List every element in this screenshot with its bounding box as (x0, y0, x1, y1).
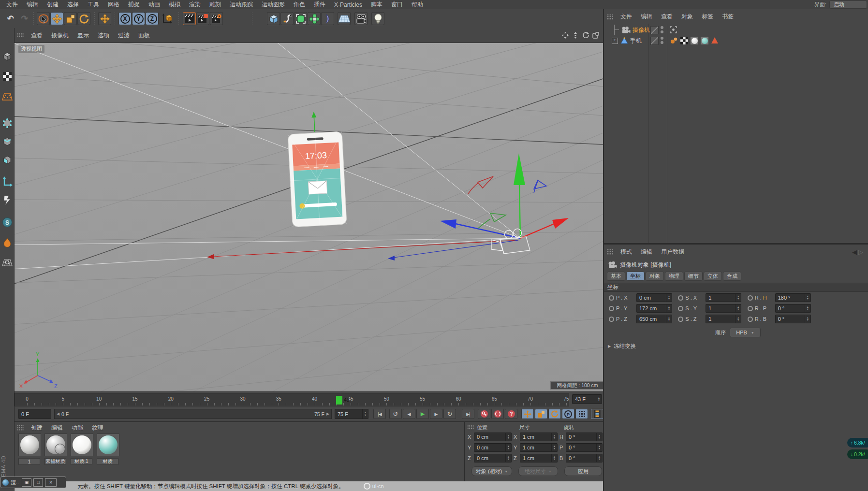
play-button[interactable]: ▶ (416, 409, 429, 419)
keyframe-circle-PZ[interactable] (609, 317, 614, 322)
attribute-field-RB[interactable]: 0 °▲▼ (775, 315, 811, 323)
keyframe-circle-RB[interactable] (748, 317, 753, 322)
axis-mode-button[interactable] (1, 176, 13, 188)
viewport-menu-item-4[interactable]: 选项 (93, 31, 114, 40)
move-tool[interactable] (50, 12, 63, 25)
lock-workplane-button[interactable] (1, 257, 13, 269)
material-menu-item-4[interactable]: 纹理 (88, 424, 108, 432)
menu-item-1[interactable]: 文件 (2, 0, 22, 9)
rotation-p-field[interactable]: 0 °▲▼ (566, 443, 603, 452)
panel-grip[interactable] (17, 32, 24, 38)
record-scale-toggle[interactable] (535, 409, 547, 419)
current-frame-field[interactable]: 43 F▲▼ (572, 394, 602, 404)
menu-item-16[interactable]: X-Particles (330, 1, 367, 8)
record-position-toggle[interactable] (521, 409, 534, 419)
attribute-tab-细节[interactable]: 细节 (684, 272, 703, 281)
viewport-menu-item-6[interactable]: 面板 (134, 31, 154, 40)
attribute-field-SZ[interactable]: 1▲▼ (706, 315, 741, 323)
order-select[interactable]: HPB▼ (730, 328, 761, 337)
viewport-dolly-icon[interactable] (572, 32, 579, 39)
coordinate-system-button[interactable] (161, 12, 174, 25)
object-manager-menu-item-3[interactable]: 查看 (657, 13, 677, 21)
menu-item-4[interactable]: 选择 (63, 0, 83, 9)
material-menu-item-3[interactable]: 功能 (67, 424, 88, 432)
undo-button[interactable]: ↶ (4, 12, 17, 25)
keyframe-circle-SX[interactable] (678, 295, 683, 301)
view-label[interactable]: 透视视图 (18, 45, 44, 53)
lock-y-axis-button[interactable]: Y (132, 12, 145, 25)
attribute-menu-item-2[interactable]: 编辑 (636, 248, 657, 256)
add-camera-button[interactable] (354, 12, 368, 25)
history-forward-icon[interactable]: ▷ (858, 248, 863, 256)
keyframe-selection-button[interactable]: ? (505, 409, 517, 419)
menu-item-8[interactable]: 动画 (144, 0, 164, 9)
camera-active-toggle[interactable] (670, 26, 677, 33)
make-editable-button[interactable] (1, 50, 13, 62)
menu-item-6[interactable]: 网格 (103, 0, 124, 9)
material-item-4[interactable]: 材质 (97, 433, 119, 465)
menu-item-3[interactable]: 创建 (43, 0, 63, 9)
texture-mode-button[interactable] (1, 71, 13, 82)
phong-tag[interactable] (670, 37, 678, 44)
render-visibility-dot[interactable] (661, 30, 663, 33)
material-name[interactable]: 素描材质 (44, 458, 66, 465)
lock-x-axis-button[interactable]: X (118, 12, 132, 25)
material-tag-white[interactable] (691, 37, 698, 44)
preview-range-slider[interactable]: ◀ 0 F 75 F ▶ (54, 409, 332, 419)
attribute-field-PX[interactable]: 0 cm▲▼ (636, 293, 672, 302)
add-spline-button[interactable]: + (280, 12, 294, 25)
menu-item-5[interactable]: 工具 (83, 0, 103, 9)
add-light-button[interactable] (371, 12, 384, 25)
size-x-field[interactable]: 1 cm▲▼ (520, 433, 558, 441)
material-thumbnail[interactable] (18, 433, 41, 456)
attribute-field-PZ[interactable]: 650 cm▲▼ (636, 315, 672, 323)
position-y-field[interactable]: 0 cm▲▼ (474, 443, 512, 452)
attribute-field-PY[interactable]: 172 cm▲▼ (636, 304, 672, 313)
object-row-phone[interactable]: + 手机 (604, 35, 868, 46)
window-restore-button[interactable]: ▣ (22, 478, 31, 487)
range-end-field[interactable]: 75 F▲▼ (335, 409, 368, 419)
size-y-field[interactable]: 1 cm▲▼ (520, 443, 558, 452)
keyframe-circle-RP[interactable] (748, 306, 753, 311)
scale-tool[interactable] (64, 12, 77, 25)
record-rotation-toggle[interactable] (548, 409, 561, 419)
timeline-ruler[interactable]: 051015202530354045505560657075 43 (15, 393, 569, 406)
attribute-menu-item-1[interactable]: 模式 (616, 248, 636, 256)
interface-select[interactable]: 启动 (829, 0, 867, 9)
polygon-mode-button[interactable] (1, 154, 13, 165)
size-z-field[interactable]: 1 cm▲▼ (520, 454, 558, 462)
attribute-menu-item-3[interactable]: 用户数据 (657, 248, 689, 256)
material-name[interactable]: 1 (18, 458, 40, 465)
keyframe-circle-SZ[interactable] (678, 317, 683, 322)
paint-setup-button[interactable] (1, 237, 13, 248)
keyframe-circle-RH[interactable] (748, 295, 753, 301)
render-to-picture-viewer-button[interactable] (196, 12, 209, 25)
material-menu-item-1[interactable]: 创建 (27, 424, 47, 432)
editor-visibility-dot[interactable] (661, 37, 663, 40)
menu-item-11[interactable]: 雕刻 (205, 0, 225, 9)
material-thumbnail[interactable] (44, 433, 67, 456)
minimized-render-window[interactable]: 渲.. ▣ □ × (0, 477, 66, 488)
rotate-tool[interactable] (77, 12, 90, 25)
position-x-field[interactable]: 0 cm▲▼ (474, 433, 512, 441)
attribute-tab-物理[interactable]: 物理 (665, 272, 683, 281)
menu-item-13[interactable]: 运动图形 (257, 0, 289, 9)
add-deformer-button[interactable] (321, 12, 334, 25)
flag-marker-red[interactable] (468, 176, 493, 194)
attribute-tab-坐标[interactable]: 坐标 (626, 272, 645, 281)
menu-item-9[interactable]: 模拟 (164, 0, 185, 9)
live-selection-tool[interactable] (37, 12, 50, 25)
material-name[interactable]: 材质 (97, 458, 118, 465)
current-frame-marker[interactable] (336, 396, 342, 404)
goto-start-button[interactable]: |◀ (373, 409, 386, 419)
coordinate-mode-select[interactable]: 对象 (相对)▼ (471, 466, 512, 476)
panel-grip[interactable] (606, 14, 614, 20)
object-manager-menu-item-4[interactable]: 对象 (677, 13, 697, 21)
point-mode-button[interactable] (1, 117, 13, 129)
attribute-field-RH[interactable]: 180 °▲▼ (775, 293, 811, 302)
menu-item-14[interactable]: 角色 (289, 0, 309, 9)
menu-item-19[interactable]: 帮助 (407, 0, 427, 9)
autokey-button[interactable] (491, 409, 504, 419)
material-item-3[interactable]: 材质.1 (71, 433, 93, 465)
keyframe-circle-PX[interactable] (609, 295, 614, 301)
